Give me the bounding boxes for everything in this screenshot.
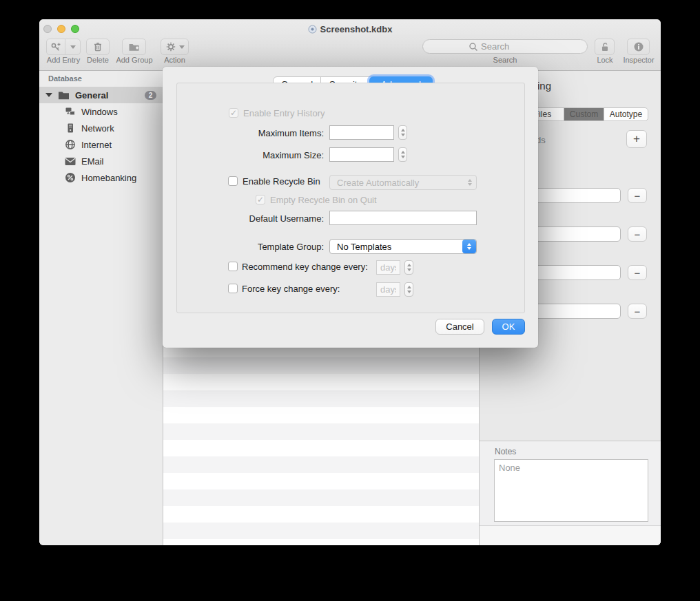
force-key-change-label: Force key change every:: [242, 284, 340, 294]
action-button[interactable]: [161, 39, 189, 55]
add-group-label: Add Group: [114, 56, 155, 64]
folder-plus-icon: [128, 42, 140, 52]
delete-button[interactable]: [86, 39, 110, 55]
notes-section: Notes: [480, 441, 661, 525]
database-settings-dialog: General Security Advanced Enable Entry H…: [163, 67, 538, 348]
sidebar-item-label: Windows: [81, 107, 118, 117]
template-group-value: No Templates: [330, 242, 391, 252]
inspector-label: Inspector: [619, 56, 658, 64]
default-username-input[interactable]: [329, 211, 477, 225]
empty-recycle-bin-label: Empty Recycle Bin on Quit: [270, 195, 377, 205]
sidebar-item-homebanking[interactable]: Homebanking: [39, 169, 163, 186]
maximum-items-input[interactable]: [329, 125, 394, 140]
key-plus-icon: [50, 41, 61, 52]
lock-label: Lock: [590, 56, 619, 64]
search-caption: Search: [422, 56, 588, 64]
inspector-title-fragment: ing: [537, 80, 551, 92]
search-input[interactable]: [481, 41, 570, 52]
document-proxy-icon: [308, 25, 317, 34]
notes-label: Notes: [495, 447, 516, 456]
sidebar-item-email[interactable]: EMail: [39, 153, 163, 169]
sidebar-item-label: Homebanking: [81, 173, 136, 183]
add-entry-button[interactable]: [46, 39, 81, 55]
tab-custom[interactable]: Custom: [564, 108, 604, 120]
folder-icon: [58, 91, 70, 100]
sidebar-item-network[interactable]: Network: [39, 120, 163, 136]
search-icon: [469, 42, 478, 52]
add-group-button[interactable]: [122, 39, 146, 55]
ok-button[interactable]: OK: [492, 319, 525, 335]
sidebar-item-windows[interactable]: Windows: [39, 103, 163, 120]
action-label: Action: [161, 56, 189, 64]
recommend-key-change-checkbox[interactable]: [228, 262, 238, 271]
remove-field-button[interactable]: −: [628, 304, 647, 319]
maximum-size-stepper[interactable]: [398, 147, 407, 162]
empty-recycle-bin-checkbox[interactable]: [256, 195, 265, 204]
tab-autotype[interactable]: Autotype: [604, 108, 648, 120]
enable-entry-history-label: Enable Entry History: [243, 108, 325, 118]
search-field[interactable]: [422, 39, 588, 54]
notes-textarea[interactable]: [494, 459, 648, 522]
sidebar-item-label: Network: [81, 123, 114, 134]
percent-icon: [65, 172, 76, 183]
cancel-button[interactable]: Cancel: [435, 319, 484, 335]
action-dropdown-icon: [179, 45, 185, 49]
maximum-size-label: Maximum Size:: [234, 150, 324, 160]
recommend-days-input[interactable]: [376, 260, 400, 275]
remove-field-button[interactable]: −: [628, 265, 647, 280]
enable-recycle-bin-checkbox[interactable]: [228, 176, 238, 186]
recycle-mode-value: Create Automatically: [330, 178, 419, 188]
default-username-label: Default Username:: [234, 213, 324, 224]
inspector-footer: [480, 525, 661, 545]
lock-button[interactable]: [595, 39, 615, 55]
server-icon: [65, 123, 76, 134]
popup-chevrons-icon: [462, 240, 476, 253]
sidebar-item-label: EMail: [81, 156, 104, 167]
recommend-key-change-label: Recommend key change every:: [242, 262, 368, 272]
template-group-popup[interactable]: No Templates: [329, 239, 477, 254]
sidebar-section-header: Database: [48, 74, 82, 83]
entry-list-stripes: [163, 357, 479, 545]
maximum-items-label: Maximum Items:: [234, 128, 324, 138]
add-field-button[interactable]: +: [626, 130, 647, 148]
globe-icon: [65, 139, 76, 150]
sidebar-item-internet[interactable]: Internet: [39, 136, 163, 153]
disclosure-triangle-icon[interactable]: [45, 93, 52, 97]
unlock-icon: [599, 41, 610, 52]
maximum-size-input[interactable]: [329, 147, 394, 162]
info-icon: [633, 41, 644, 52]
maximum-items-stepper[interactable]: [398, 125, 407, 140]
add-entry-label: Add Entry: [43, 56, 83, 64]
sidebar: Database General 2 Windows Network: [39, 71, 163, 545]
sidebar-item-label: General: [75, 90, 108, 101]
force-days-input[interactable]: [376, 282, 400, 297]
remove-field-button[interactable]: −: [628, 188, 647, 203]
enable-entry-history-checkbox[interactable]: [229, 108, 238, 118]
force-key-change-checkbox[interactable]: [228, 284, 238, 293]
add-entry-dropdown-icon[interactable]: [70, 45, 76, 49]
recycle-mode-popup[interactable]: Create Automatically: [329, 175, 477, 190]
force-days-stepper[interactable]: [404, 282, 413, 297]
inspector-button[interactable]: [627, 39, 650, 55]
inspector-tabbar: Files Custom Autotype: [521, 107, 648, 121]
sidebar-item-general[interactable]: General 2: [39, 87, 163, 103]
window-title: Screenshot.kdbx: [39, 24, 661, 34]
remove-field-button[interactable]: −: [628, 226, 647, 242]
sidebar-item-label: Internet: [81, 140, 112, 150]
enable-recycle-bin-label: Enable Recycle Bin: [243, 176, 320, 187]
popup-chevrons-icon: [468, 179, 472, 186]
delete-label: Delete: [82, 56, 114, 64]
recommend-days-stepper[interactable]: [404, 260, 413, 275]
envelope-icon: [65, 157, 76, 166]
windows-icon: [65, 106, 76, 117]
template-group-label: Template Group:: [234, 242, 324, 252]
window-chrome: Screenshot.kdbx Add Entry Delete: [39, 19, 661, 71]
count-badge: 2: [145, 91, 156, 100]
gear-icon: [165, 41, 176, 52]
trash-icon: [92, 41, 103, 52]
